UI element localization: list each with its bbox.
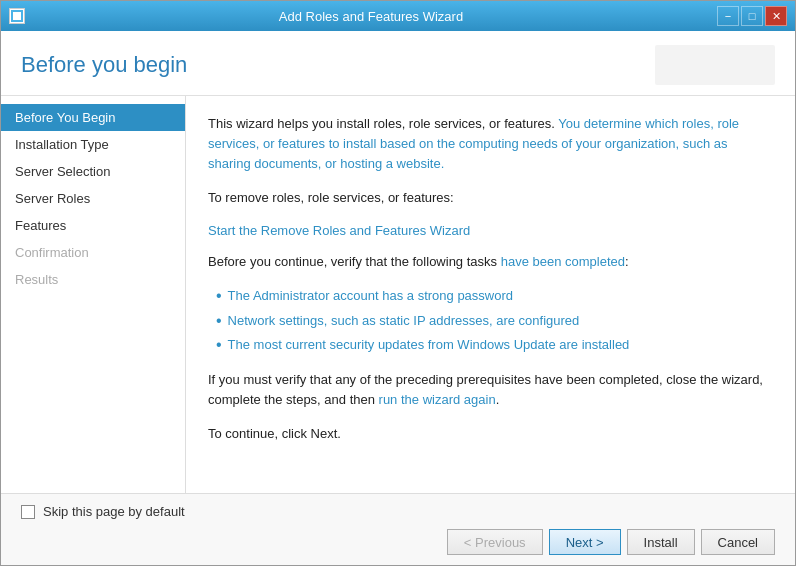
sidebar-nav: Before You Begin Installation Type Serve… [1, 96, 186, 493]
bullet-text-2: Network settings, such as static IP addr… [228, 311, 580, 331]
verify-text-highlight: have been completed [501, 254, 625, 269]
bullet-item-3: • The most current security updates from… [216, 335, 768, 356]
sidebar-item-before-you-begin[interactable]: Before You Begin [1, 104, 185, 131]
intro-text-normal: This wizard helps you install roles, rol… [208, 116, 558, 131]
run-again-link[interactable]: run the wizard again [379, 392, 496, 407]
verify-note: If you must verify that any of the prece… [208, 370, 768, 410]
continue-note: To continue, click Next. [208, 424, 768, 444]
svg-rect-0 [12, 11, 22, 21]
remove-text: To remove roles, role services, or featu… [208, 190, 454, 205]
bullet-item-2: • Network settings, such as static IP ad… [216, 311, 768, 332]
skip-checkbox[interactable] [21, 505, 35, 519]
page-header: Before you begin [1, 31, 795, 96]
content-body: This wizard helps you install roles, rol… [208, 114, 768, 445]
next-button[interactable]: Next > [549, 529, 621, 555]
main-layout: Before You Begin Installation Type Serve… [1, 96, 795, 493]
bullet-dot-2: • [216, 311, 222, 332]
install-button[interactable]: Install [627, 529, 695, 555]
remove-wizard-link[interactable]: Start the Remove Roles and Features Wiza… [208, 223, 470, 238]
bullet-list: • The Administrator account has a strong… [216, 286, 768, 356]
minimize-button[interactable]: − [717, 6, 739, 26]
wizard-window: Add Roles and Features Wizard − □ ✕ Befo… [0, 0, 796, 566]
close-button[interactable]: ✕ [765, 6, 787, 26]
bullet-dot-3: • [216, 335, 222, 356]
bullet-item-1: • The Administrator account has a strong… [216, 286, 768, 307]
sidebar-item-results: Results [1, 266, 185, 293]
bullet-dot-1: • [216, 286, 222, 307]
server-logo [655, 45, 775, 85]
intro-paragraph: This wizard helps you install roles, rol… [208, 114, 768, 174]
main-content-area: This wizard helps you install roles, rol… [186, 96, 795, 493]
window-title: Add Roles and Features Wizard [25, 9, 717, 24]
skip-label: Skip this page by default [43, 504, 185, 519]
bullet-text-3: The most current security updates from W… [228, 335, 630, 355]
verify-intro: Before you continue, verify that the fol… [208, 252, 768, 272]
page-title: Before you begin [21, 52, 187, 78]
sidebar-item-server-selection[interactable]: Server Selection [1, 158, 185, 185]
previous-button[interactable]: < Previous [447, 529, 543, 555]
button-row: < Previous Next > Install Cancel [21, 529, 775, 555]
skip-checkbox-row: Skip this page by default [21, 504, 775, 519]
verify-text-after: : [625, 254, 629, 269]
verify-text-before: Before you continue, verify that the fol… [208, 254, 501, 269]
verify-note-after: . [496, 392, 500, 407]
sidebar-item-installation-type[interactable]: Installation Type [1, 131, 185, 158]
sidebar-item-confirmation: Confirmation [1, 239, 185, 266]
remove-intro: To remove roles, role services, or featu… [208, 188, 768, 208]
maximize-button[interactable]: □ [741, 6, 763, 26]
bullet-text-1: The Administrator account has a strong p… [228, 286, 513, 306]
sidebar-item-server-roles[interactable]: Server Roles [1, 185, 185, 212]
remove-link-para: Start the Remove Roles and Features Wiza… [208, 223, 768, 238]
footer: Skip this page by default < Previous Nex… [1, 493, 795, 565]
window-controls: − □ ✕ [717, 6, 787, 26]
cancel-button[interactable]: Cancel [701, 529, 775, 555]
window-icon [9, 8, 25, 24]
title-bar: Add Roles and Features Wizard − □ ✕ [1, 1, 795, 31]
sidebar-item-features[interactable]: Features [1, 212, 185, 239]
